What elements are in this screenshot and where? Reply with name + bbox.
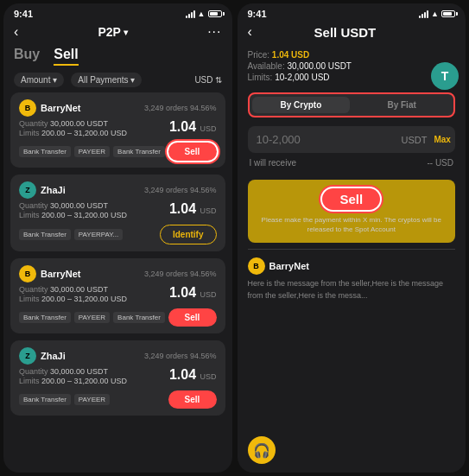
price-info: Price: 1.04 USD [248,50,456,60]
limits-info: Limits: 10-2,000 USD [248,73,456,82]
merchant-message-text: Here is the message from the seller,Here… [248,278,456,301]
payment-tags-4: Bank Transfer PAYEER [19,394,110,405]
right-screen-inner: ‹ Sell USDT T Price: 1.04 USD Available:… [238,21,466,473]
available-info: Available: 30,000.00 USDT [248,61,456,71]
sell-button-4[interactable]: Sell [168,390,217,409]
currency-selector[interactable]: USD ⇅ [194,75,221,85]
merchant-msg-name: BarryNet [269,261,309,271]
merchant-name-1: BarryNet [41,103,80,113]
merchant-avatar-msg: B [248,257,265,275]
sell-button-1[interactable]: Sell [168,143,217,161]
order-details-1: Quantity 30,000.00 USDT Limits 200.00 – … [19,119,169,138]
merchant-info-4: Z ZhaJi [19,347,66,365]
wifi-icon: ▲ [198,10,206,18]
title-chevron-icon[interactable]: ▾ [124,28,128,37]
price-area-1: 1.04 USD [169,119,217,135]
receive-row: I will receive -- USD [248,158,456,168]
merchant-info-2: Z ZhaJi [19,181,66,199]
sell-button-3[interactable]: Sell [168,308,217,327]
more-options-button[interactable]: ··· [207,24,221,40]
sell-main-button[interactable]: Sell [322,188,380,210]
order-details-2: Quantity 30,000.00 USDT Limits 200.00 – … [19,201,169,220]
page-title-right: Sell USDT [314,25,377,40]
merchant-name-3: BarryNet [41,269,80,279]
time-left: 9:41 [14,9,33,19]
merchant-info-3: B BarryNet [19,265,80,282]
amount-input-row: USDT Max [248,126,456,153]
chat-support-button[interactable]: 🎧 [248,436,276,464]
signal-icon-right [419,10,428,18]
order-stats-4: 3,249 orders 94.56% [144,352,217,360]
price-area-2: 1.04 USD [169,201,217,217]
merchant-name-2: ZhaJi [41,185,66,195]
merchant-info-1: B BarryNet [19,99,80,117]
left-screen: 9:41 ▲ ‹ P2P ▾ ··· [3,3,232,473]
merchant-avatar-right: T [431,62,459,90]
order-card-2: Z ZhaJi 3,249 orders 94.56% Quantity 30,… [10,175,225,251]
amount-unit-label: USDT [402,135,428,145]
receive-value: -- USD [427,158,453,168]
status-icons-right: ▲ [419,10,455,18]
payment-tags-3: Bank Transfer PAYEER Bank Transfer [19,312,165,323]
tab-by-fiat[interactable]: By Fiat [352,97,451,113]
status-bar-left: 9:41 ▲ [3,3,232,21]
battery-icon [208,10,222,17]
identify-button-2[interactable]: Identify [160,225,217,244]
order-details-4: Quantity 30,000.00 USDT Limits 200.00 – … [19,367,169,386]
bottom-icon-area: 🎧 [238,431,466,473]
price-area-3: 1.04 USD [169,285,217,301]
wifi-icon-right: ▲ [431,10,439,18]
amount-filter[interactable]: Amount ▾ [14,73,64,87]
merchant-avatar-4: Z [19,347,36,365]
back-button-left[interactable]: ‹ [14,24,18,40]
header-right: ‹ Sell USDT [238,21,466,45]
payments-filter[interactable]: All Payments ▾ [71,73,142,87]
status-icons-left: ▲ [186,10,222,18]
back-button-right[interactable]: ‹ [248,24,252,40]
merchant-avatar-2: Z [19,181,36,199]
order-card-3: B BarryNet 3,249 orders 94.56% Quantity … [10,258,225,333]
receive-label: I will receive [250,158,296,168]
header-title-left: P2P ▾ [98,25,128,39]
right-screen: 9:41 ▲ ‹ Sell USDT [238,3,466,473]
tab-by-crypto[interactable]: By Crypto [252,97,351,113]
battery-icon-right [441,10,455,17]
merchant-message-section: B BarryNet Here is the message from the … [238,252,466,431]
order-stats-2: 3,249 orders 94.56% [144,186,217,194]
crypto-fiat-tabs: By Crypto By Fiat [248,92,456,117]
divider [248,249,456,250]
header-left: ‹ P2P ▾ ··· [3,21,232,45]
order-stats-3: 3,249 orders 94.56% [144,270,217,278]
merchant-avatar-3: B [19,265,36,282]
time-right: 9:41 [248,9,267,19]
sell-note: Please make the payment within X min. Th… [257,215,447,234]
price-area-4: 1.04 USD [169,367,217,383]
merchant-name-4: ZhaJi [41,351,66,361]
tab-buy[interactable]: Buy [14,47,40,66]
filter-row: Amount ▾ All Payments ▾ USD ⇅ [3,71,232,92]
merchant-avatar-1: B [19,99,36,117]
headphone-icon: 🎧 [253,442,270,459]
order-list: B BarryNet 3,249 orders 94.56% Quantity … [3,92,232,473]
order-stats-1: 3,249 orders 94.56% [144,104,217,112]
status-bar-right: 9:41 ▲ [238,3,466,21]
signal-icon [186,10,195,18]
payment-tags-2: Bank Transfer PAYERPAY... [19,229,123,240]
amount-section: USDT Max I will receive -- USD [238,123,466,176]
buy-sell-tabs: Buy Sell [3,45,232,71]
order-card-1: B BarryNet 3,249 orders 94.56% Quantity … [10,92,225,168]
max-button[interactable]: Max [434,135,450,144]
merchant-msg-header: B BarryNet [248,257,456,275]
order-card-4: Z ZhaJi 3,249 orders 94.56% Quantity 30,… [10,340,225,416]
sell-action-area: Sell Please make the payment within X mi… [248,180,456,243]
payment-tags-1: Bank Transfer PAYEER Bank Transfer [19,146,165,157]
order-details-3: Quantity 30,000.00 USDT Limits 200.00 – … [19,285,169,304]
amount-input[interactable] [257,133,402,146]
tab-sell[interactable]: Sell [54,47,78,66]
